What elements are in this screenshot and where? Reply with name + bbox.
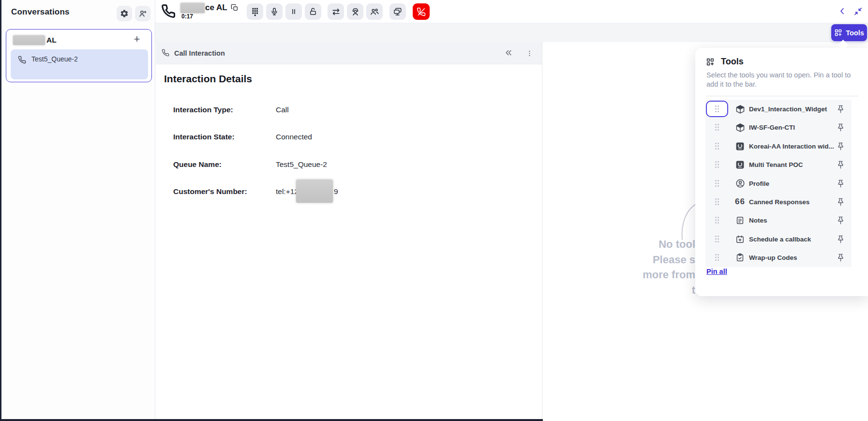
dialpad-button[interactable]	[247, 3, 263, 20]
phone-icon	[162, 49, 169, 57]
pin-icon[interactable]	[836, 142, 845, 151]
grid-plus-icon	[834, 29, 842, 37]
tool-row-profile[interactable]: Profile	[705, 174, 852, 193]
sidebar-item-queue[interactable]: Test5_Queue-2	[11, 49, 148, 79]
field-value-suffix: 9	[334, 187, 338, 196]
tools-button[interactable]: Tools	[831, 24, 867, 41]
tool-row-canned-responses[interactable]: 66 Canned Responses	[705, 193, 852, 211]
pin-icon[interactable]	[836, 253, 845, 262]
field-label: Interaction State:	[173, 133, 235, 141]
field-value: Call	[276, 105, 289, 114]
double-chevron-left-icon[interactable]	[504, 48, 513, 57]
pin-all-link[interactable]: Pin all	[706, 268, 727, 275]
conversation-card[interactable]: AL + Test5_Queue-2	[6, 29, 152, 82]
window-edge-bottom	[0, 419, 543, 421]
drag-handle[interactable]	[706, 212, 728, 228]
pin-icon[interactable]	[836, 123, 845, 132]
drag-handle[interactable]	[706, 156, 728, 173]
pin-icon[interactable]	[836, 197, 845, 207]
tool-row-koreai-aa-interaction-widget[interactable]: Koreai-AA Interaction wid...	[705, 137, 852, 155]
field-value: Connected	[276, 133, 312, 141]
panel-back-button[interactable]	[837, 6, 848, 16]
drag-handle[interactable]	[706, 194, 728, 210]
clipboard-check-icon	[735, 253, 745, 263]
mute-button[interactable]	[266, 3, 283, 20]
divider	[706, 96, 858, 96]
copy-icon[interactable]	[231, 4, 239, 12]
drag-handle[interactable]	[706, 101, 728, 117]
field-label: Customer's Number:	[173, 187, 247, 196]
profile-icon	[735, 179, 745, 189]
empty-line: t	[643, 283, 695, 298]
cube-icon	[735, 122, 745, 133]
tools-list: Dev1_Interaction_Widget IW-SF-Gen-CTI	[705, 100, 852, 267]
call-topbar: ce AL 0:17	[155, 0, 868, 23]
tools-popup-subtitle: Select the tools you want to open. Pin a…	[706, 71, 852, 89]
call-timer: 0:17	[181, 13, 193, 20]
redacted-phone-number	[296, 180, 333, 203]
add-interaction-button[interactable]: +	[131, 33, 143, 45]
pin-icon[interactable]	[836, 105, 845, 114]
pin-icon[interactable]	[836, 235, 845, 244]
pin-icon[interactable]	[836, 216, 845, 225]
call-interaction-header: Call Interaction	[156, 42, 542, 64]
drag-handle[interactable]	[706, 119, 728, 135]
tool-row-multi-tenant-poc[interactable]: Multi Tenant POC	[705, 155, 852, 174]
call-interaction-panel: Call Interaction Interaction Details Int…	[156, 42, 542, 419]
conversation-card-header: AL +	[13, 34, 145, 46]
empty-line: Please s	[643, 252, 695, 268]
empty-line: No tool	[643, 237, 695, 252]
transfer-arrows-icon	[331, 7, 341, 16]
tool-row-notes[interactable]: Notes	[705, 211, 852, 229]
transfer-button[interactable]	[328, 3, 344, 20]
curved-arrow-illustration	[677, 203, 698, 241]
tool-row-iw-sf-gen-cti[interactable]: IW-SF-Gen-CTI	[705, 118, 852, 136]
cube-icon	[735, 104, 745, 114]
drag-handle[interactable]	[706, 249, 728, 266]
tool-row-wrap-up-codes[interactable]: Wrap-up Codes	[705, 248, 852, 267]
consult-agent-button[interactable]	[347, 3, 363, 20]
redacted-contact-name	[13, 35, 45, 45]
queue-item-label: Test5_Queue-2	[31, 55, 78, 63]
end-call-button[interactable]	[413, 3, 430, 20]
drag-handle[interactable]	[706, 175, 728, 192]
quotes-icon: 66	[735, 197, 745, 207]
drag-handle[interactable]	[706, 138, 728, 154]
dialpad-icon	[251, 7, 259, 16]
collapse-icon	[853, 7, 863, 16]
pin-icon[interactable]	[836, 179, 845, 188]
screen-share-button[interactable]	[389, 3, 406, 20]
secure-pause-button[interactable]	[305, 3, 321, 20]
lock-open-icon	[309, 7, 317, 16]
settings-button[interactable]	[117, 6, 132, 21]
pin-icon[interactable]	[836, 160, 845, 169]
grid-plus-icon	[706, 58, 715, 66]
tool-row-dev1-interaction-widget[interactable]: Dev1_Interaction_Widget	[705, 100, 852, 118]
field-label: Queue Name:	[173, 160, 222, 169]
field-value: Test5_Queue-2	[276, 160, 327, 169]
content-strip	[155, 23, 868, 43]
sidebar-title: Conversations	[11, 7, 70, 17]
kebab-menu-icon[interactable]	[524, 48, 534, 58]
calendar-plus-icon	[735, 234, 745, 244]
collapse-window-button[interactable]	[853, 6, 863, 16]
tool-row-schedule-a-callback[interactable]: Schedule a callback	[705, 230, 852, 248]
field-label: Interaction Type:	[173, 105, 233, 114]
pause-icon	[290, 8, 298, 15]
add-conversation-button[interactable]	[135, 6, 150, 21]
redacted-contact-name	[180, 3, 205, 13]
no-tools-message: No tool Please s more from t	[643, 237, 695, 298]
drag-handle[interactable]	[706, 231, 728, 247]
agent-consult-icon	[351, 7, 360, 16]
phone-icon	[18, 56, 26, 64]
tools-button-label: Tools	[846, 29, 864, 37]
tools-popup: Tools Select the tools you want to open.…	[695, 48, 868, 296]
koreai-logo-icon	[735, 141, 745, 151]
field-value-prefix: tel:+12	[276, 187, 299, 196]
empty-line: more from	[643, 267, 695, 283]
gear-icon	[120, 9, 129, 18]
phone-icon	[161, 4, 176, 18]
chevron-left-icon	[838, 7, 847, 15]
conference-button[interactable]	[366, 3, 383, 20]
hold-button[interactable]	[285, 3, 302, 20]
